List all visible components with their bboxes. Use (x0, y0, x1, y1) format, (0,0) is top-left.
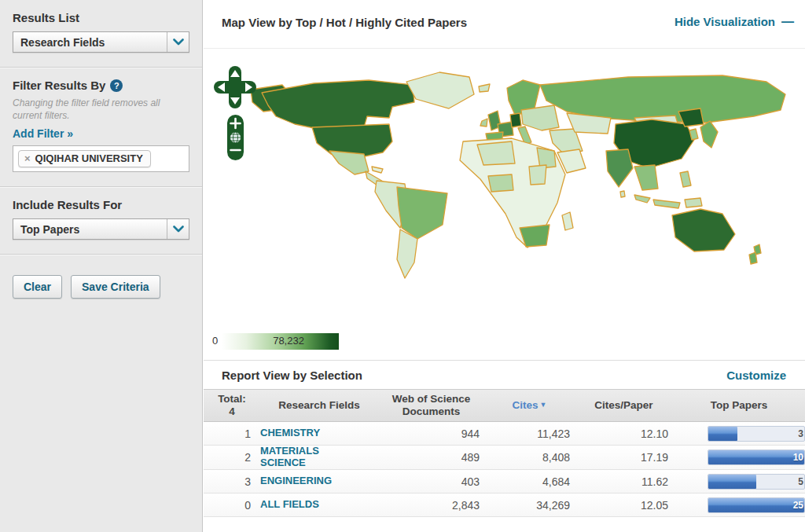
filter-tag[interactable]: × QIQIHAR UNIVERSITY (18, 150, 151, 167)
row-field-link[interactable]: MATERIALS SCIENCE (260, 446, 378, 469)
minimize-icon: — (781, 16, 794, 28)
row-rank: 0 (204, 499, 260, 512)
chevron-down-icon[interactable] (167, 32, 189, 52)
col-header-total: Total: 4 (204, 390, 260, 421)
top-papers-bar: 5 (708, 474, 805, 490)
row-cites: 34,269 (484, 499, 575, 512)
country-argentina[interactable] (397, 229, 417, 278)
country-sudan[interactable] (529, 165, 546, 185)
row-docs: 403 (378, 475, 484, 488)
results-table: Total: 4 Research Fields Web of Science … (204, 389, 805, 517)
country-papua-new-guinea[interactable] (685, 198, 702, 207)
results-list-label: Results List (13, 11, 189, 24)
top-papers-bar: 25 (708, 497, 805, 513)
filter-section: Filter Results By ? Changing the filter … (0, 68, 202, 187)
table-row: 2 MATERIALS SCIENCE 489 8,408 17.19 10 (204, 446, 805, 470)
top-papers-bar: 10 (708, 449, 805, 465)
row-cites-per-paper: 17.19 (575, 451, 673, 464)
world-map-countries[interactable] (251, 72, 785, 278)
map-pan-control[interactable] (214, 66, 256, 108)
top-papers-bar: 3 (708, 426, 805, 442)
row-docs: 2,843 (378, 499, 484, 512)
country-philippines[interactable] (680, 171, 691, 187)
map-zoom-control[interactable] (227, 115, 244, 160)
country-malaysia[interactable] (634, 195, 650, 203)
row-docs: 944 (378, 427, 484, 440)
table-header-row: Total: 4 Research Fields Web of Science … (204, 389, 805, 422)
region-north-africa[interactable] (477, 141, 515, 165)
row-cites-per-paper: 12.10 (575, 427, 673, 440)
col-header-top-papers: Top Papers (673, 396, 805, 415)
hide-visualization-link[interactable]: Hide Visualization — (675, 15, 794, 28)
filter-tag-label: QIQIHAR UNIVERSITY (35, 152, 143, 164)
include-results-section: Include Results For Top Papers (0, 187, 202, 255)
row-cites-per-paper: 11.62 (575, 475, 673, 488)
country-new-zealand-south[interactable] (749, 252, 757, 264)
chevron-down-icon[interactable] (167, 219, 189, 239)
row-docs: 489 (378, 451, 484, 464)
map-color-legend: 0 78,232 (210, 333, 339, 350)
results-list-section: Results List Research Fields (0, 0, 202, 68)
col-header-cites[interactable]: Cites▼ (484, 396, 575, 415)
country-iceland[interactable] (479, 84, 490, 92)
country-nigeria[interactable] (488, 174, 513, 192)
row-field-link[interactable]: ENGINEERING (260, 475, 378, 487)
country-greenland[interactable] (406, 72, 474, 108)
report-header: Report View by Selection Customize (204, 361, 805, 389)
row-cites: 8,408 (484, 451, 575, 464)
row-rank: 1 (204, 427, 260, 440)
row-cites: 11,423 (484, 427, 575, 440)
table-row: 1 CHEMISTRY 944 11,423 12.10 3 (204, 422, 805, 446)
actions-section: Clear Save Criteria (0, 255, 202, 313)
row-rank: 3 (204, 475, 260, 488)
country-madagascar[interactable] (562, 212, 573, 230)
main-panel: Map View by Top / Hot / Highly Cited Pap… (204, 0, 805, 532)
world-map-svg[interactable] (204, 49, 805, 332)
map-header: Map View by Top / Hot / Highly Cited Pap… (204, 0, 805, 49)
hide-visualization-label: Hide Visualization (675, 15, 775, 28)
table-row: 0 ALL FIELDS 2,843 34,269 12.05 25 (204, 493, 805, 517)
country-japan[interactable] (700, 121, 718, 148)
include-results-select[interactable]: Top Papers (13, 218, 189, 240)
row-field-link[interactable]: ALL FIELDS (260, 499, 378, 511)
row-field-link[interactable]: CHEMISTRY (260, 427, 378, 439)
country-ireland[interactable] (480, 119, 487, 127)
map-view-title: Map View by Top / Hot / Highly Cited Pap… (222, 16, 467, 29)
row-cites-per-paper: 12.05 (575, 499, 673, 512)
country-sri-lanka[interactable] (620, 191, 625, 197)
filter-by-label: Filter Results By (13, 79, 105, 92)
save-criteria-button[interactable]: Save Criteria (71, 275, 160, 299)
filter-note: Changing the filter field removes all cu… (13, 97, 189, 122)
help-icon[interactable]: ? (110, 79, 123, 92)
remove-filter-icon[interactable]: × (24, 152, 31, 164)
col-header-cites-per-paper: Cites/Paper (575, 396, 673, 415)
add-filter-link[interactable]: Add Filter » (13, 127, 73, 140)
legend-min-value: 0 (212, 335, 218, 347)
country-india[interactable] (606, 149, 633, 187)
customize-link[interactable]: Customize (726, 369, 786, 382)
clear-button[interactable]: Clear (13, 275, 62, 299)
country-australia[interactable] (672, 209, 735, 251)
include-results-value: Top Papers (20, 223, 79, 236)
region-southeast-asia[interactable] (634, 165, 658, 190)
table-row: 3 ENGINEERING 403 4,684 11.62 5 (204, 470, 805, 493)
include-results-label: Include Results For (13, 198, 189, 211)
country-brazil[interactable] (397, 187, 447, 239)
active-filters-box: × QIQIHAR UNIVERSITY (13, 145, 189, 172)
country-germany[interactable] (510, 113, 521, 127)
region-eastern-europe[interactable] (521, 105, 559, 130)
legend-max-value: 78,232 (273, 335, 304, 347)
globe-icon[interactable] (230, 132, 241, 143)
world-map-visualization[interactable] (204, 49, 805, 332)
row-cites: 4,684 (484, 475, 575, 488)
col-header-research-fields: Research Fields (260, 396, 378, 415)
results-list-value: Research Fields (20, 36, 105, 49)
row-rank: 2 (204, 451, 260, 464)
country-indonesia[interactable] (653, 200, 680, 208)
col-header-wos-documents: Web of Science Documents (378, 390, 484, 421)
sort-desc-icon[interactable]: ▼ (540, 401, 547, 409)
country-mexico[interactable] (329, 151, 369, 174)
country-cuba[interactable] (372, 167, 383, 173)
results-list-select[interactable]: Research Fields (13, 31, 189, 53)
report-view-title: Report View by Selection (222, 369, 362, 382)
